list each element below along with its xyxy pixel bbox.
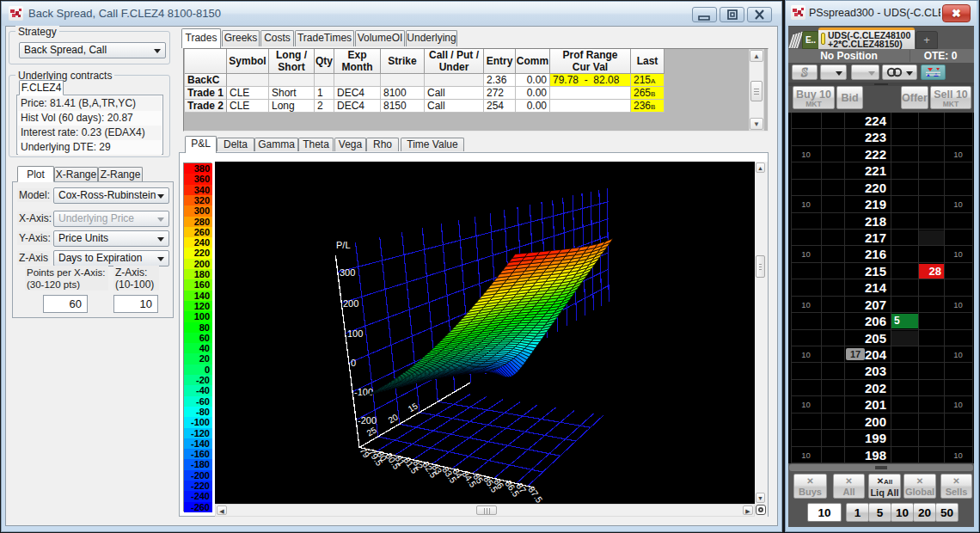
svg-text:300: 300: [340, 267, 355, 278]
svg-text:-200: -200: [358, 415, 377, 426]
svg-text:0: 0: [351, 358, 356, 368]
svg-text:100: 100: [347, 328, 363, 339]
svg-text:S: S: [801, 66, 808, 79]
svg-text:200: 200: [343, 298, 358, 309]
svg-text:-100: -100: [354, 387, 373, 397]
svg-text:P/L: P/L: [336, 240, 351, 250]
